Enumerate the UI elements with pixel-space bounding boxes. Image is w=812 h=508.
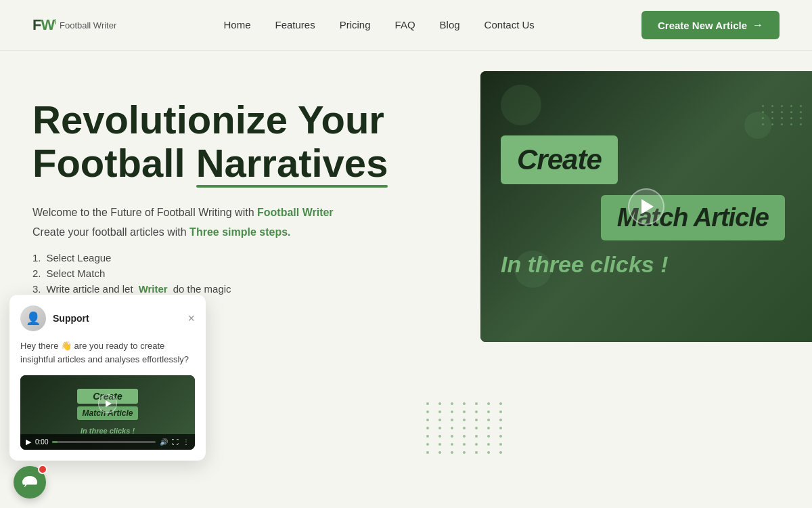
popup-video-play-icon[interactable]: ▶	[26, 438, 31, 446]
support-avatar: 👤	[20, 305, 46, 331]
nav-pricing[interactable]: Pricing	[340, 19, 371, 30]
video-tag-clicks: In three clicks !	[501, 251, 669, 278]
arrow-icon: →	[752, 19, 763, 31]
hero-description-2: Create your football articles with Three…	[32, 226, 452, 238]
video-play-button[interactable]	[628, 188, 664, 225]
step-3: 3. Write article and let Writer do the m…	[32, 283, 452, 295]
steps-list: 1. Select League 2. Select Match 3. Writ…	[32, 252, 452, 295]
popup-video-controls: ▶ 0:00 🔊 ⛶ ⋮	[20, 434, 195, 450]
step-2: 2. Select Match	[32, 268, 452, 279]
popup-options-icon[interactable]: ⋮	[183, 438, 189, 446]
logo-text: Football Writer	[60, 20, 116, 30]
dots-pattern-top-right	[762, 105, 805, 125]
chat-notification-badge	[38, 465, 47, 474]
popup-play-button[interactable]	[98, 394, 117, 413]
popup-volume-icon[interactable]: 🔊	[160, 438, 168, 446]
hero-title: Revolutionize Your Football Narratives	[32, 98, 452, 185]
popup-video: Create Match Article In three clicks ! ▶…	[20, 375, 195, 450]
popup-video-time: 0:00	[35, 438, 48, 446]
step-1: 1. Select League	[32, 252, 452, 263]
popup-header: 👤 Support ×	[20, 305, 195, 331]
nav-contact[interactable]: Contact Us	[484, 19, 535, 30]
popup-video-progress-bar	[52, 441, 58, 443]
chat-bubble-button[interactable]	[14, 466, 46, 499]
nav-links: Home Features Pricing FAQ Blog Contact U…	[223, 19, 534, 31]
logo-link[interactable]: FWi Football Writer	[32, 16, 116, 34]
logo-fw: FWi	[32, 16, 55, 34]
popup-close-button[interactable]: ×	[187, 312, 195, 324]
video-tag-create: Create	[501, 135, 618, 184]
navbar: FWi Football Writer Home Features Pricin…	[0, 0, 812, 51]
popup-fullscreen-icon[interactable]: ⛶	[172, 438, 179, 446]
popup-message: Hey there 👋 are you ready to create insi…	[20, 339, 195, 366]
nav-features[interactable]: Features	[275, 19, 315, 30]
nav-blog[interactable]: Blog	[440, 19, 460, 30]
nav-faq[interactable]: FAQ	[395, 19, 415, 30]
create-article-button-header[interactable]: Create New Article →	[641, 11, 780, 39]
support-popup: 👤 Support × Hey there 👋 are you ready to…	[9, 295, 206, 461]
nav-home[interactable]: Home	[223, 19, 250, 30]
popup-video-progress[interactable]	[52, 441, 156, 443]
hero-description-1: Welcome to the Future of Football Writin…	[32, 204, 452, 221]
popup-title: Support	[53, 313, 187, 324]
